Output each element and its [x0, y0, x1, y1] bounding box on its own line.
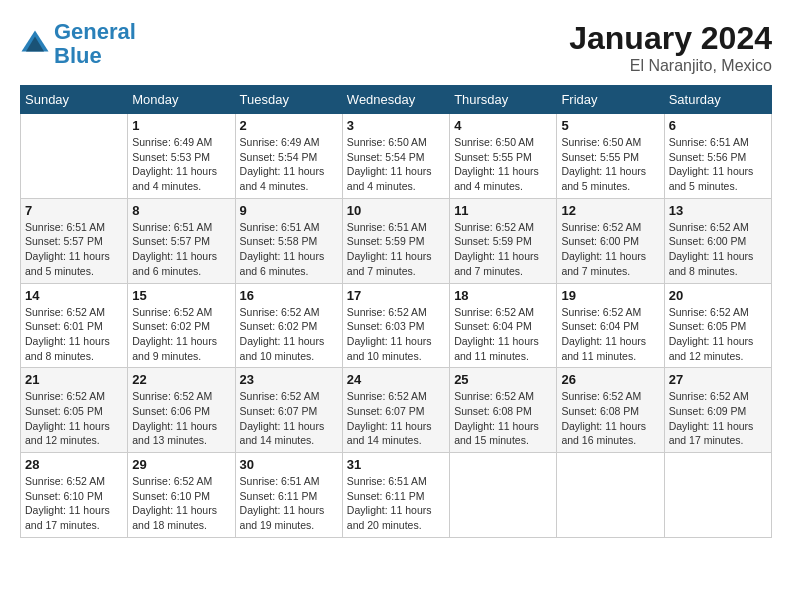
- day-number: 12: [561, 203, 659, 218]
- calendar-cell: 4Sunrise: 6:50 AM Sunset: 5:55 PM Daylig…: [450, 114, 557, 199]
- day-number: 14: [25, 288, 123, 303]
- day-number: 9: [240, 203, 338, 218]
- calendar-week-row: 28Sunrise: 6:52 AM Sunset: 6:10 PM Dayli…: [21, 453, 772, 538]
- calendar-cell: 26Sunrise: 6:52 AM Sunset: 6:08 PM Dayli…: [557, 368, 664, 453]
- calendar-week-row: 21Sunrise: 6:52 AM Sunset: 6:05 PM Dayli…: [21, 368, 772, 453]
- weekday-header: Monday: [128, 86, 235, 114]
- day-number: 6: [669, 118, 767, 133]
- day-number: 4: [454, 118, 552, 133]
- day-info: Sunrise: 6:51 AM Sunset: 5:58 PM Dayligh…: [240, 220, 338, 279]
- day-info: Sunrise: 6:51 AM Sunset: 5:56 PM Dayligh…: [669, 135, 767, 194]
- calendar-cell: [21, 114, 128, 199]
- calendar-body: 1Sunrise: 6:49 AM Sunset: 5:53 PM Daylig…: [21, 114, 772, 538]
- day-number: 13: [669, 203, 767, 218]
- page-header: General Blue January 2024 El Naranjito, …: [20, 20, 772, 75]
- day-info: Sunrise: 6:52 AM Sunset: 6:00 PM Dayligh…: [669, 220, 767, 279]
- calendar-cell: 17Sunrise: 6:52 AM Sunset: 6:03 PM Dayli…: [342, 283, 449, 368]
- day-number: 31: [347, 457, 445, 472]
- day-info: Sunrise: 6:52 AM Sunset: 6:04 PM Dayligh…: [561, 305, 659, 364]
- day-number: 10: [347, 203, 445, 218]
- day-number: 28: [25, 457, 123, 472]
- day-info: Sunrise: 6:52 AM Sunset: 6:05 PM Dayligh…: [25, 389, 123, 448]
- calendar-cell: 27Sunrise: 6:52 AM Sunset: 6:09 PM Dayli…: [664, 368, 771, 453]
- calendar-cell: 19Sunrise: 6:52 AM Sunset: 6:04 PM Dayli…: [557, 283, 664, 368]
- day-number: 3: [347, 118, 445, 133]
- calendar-cell: 29Sunrise: 6:52 AM Sunset: 6:10 PM Dayli…: [128, 453, 235, 538]
- calendar-cell: 13Sunrise: 6:52 AM Sunset: 6:00 PM Dayli…: [664, 198, 771, 283]
- day-info: Sunrise: 6:52 AM Sunset: 6:06 PM Dayligh…: [132, 389, 230, 448]
- weekday-header: Sunday: [21, 86, 128, 114]
- day-info: Sunrise: 6:52 AM Sunset: 6:05 PM Dayligh…: [669, 305, 767, 364]
- calendar-cell: [450, 453, 557, 538]
- logo-text: General Blue: [54, 20, 136, 68]
- calendar-week-row: 7Sunrise: 6:51 AM Sunset: 5:57 PM Daylig…: [21, 198, 772, 283]
- day-info: Sunrise: 6:52 AM Sunset: 6:08 PM Dayligh…: [561, 389, 659, 448]
- weekday-header: Wednesday: [342, 86, 449, 114]
- day-info: Sunrise: 6:52 AM Sunset: 6:00 PM Dayligh…: [561, 220, 659, 279]
- calendar-cell: [557, 453, 664, 538]
- calendar-cell: 18Sunrise: 6:52 AM Sunset: 6:04 PM Dayli…: [450, 283, 557, 368]
- weekday-header: Saturday: [664, 86, 771, 114]
- calendar-cell: 21Sunrise: 6:52 AM Sunset: 6:05 PM Dayli…: [21, 368, 128, 453]
- day-number: 21: [25, 372, 123, 387]
- calendar-cell: 25Sunrise: 6:52 AM Sunset: 6:08 PM Dayli…: [450, 368, 557, 453]
- day-info: Sunrise: 6:52 AM Sunset: 6:08 PM Dayligh…: [454, 389, 552, 448]
- day-info: Sunrise: 6:52 AM Sunset: 6:07 PM Dayligh…: [347, 389, 445, 448]
- calendar-cell: 23Sunrise: 6:52 AM Sunset: 6:07 PM Dayli…: [235, 368, 342, 453]
- day-number: 20: [669, 288, 767, 303]
- calendar-cell: 6Sunrise: 6:51 AM Sunset: 5:56 PM Daylig…: [664, 114, 771, 199]
- calendar-cell: 12Sunrise: 6:52 AM Sunset: 6:00 PM Dayli…: [557, 198, 664, 283]
- day-number: 26: [561, 372, 659, 387]
- calendar-week-row: 14Sunrise: 6:52 AM Sunset: 6:01 PM Dayli…: [21, 283, 772, 368]
- day-number: 19: [561, 288, 659, 303]
- calendar-cell: 1Sunrise: 6:49 AM Sunset: 5:53 PM Daylig…: [128, 114, 235, 199]
- calendar-cell: 28Sunrise: 6:52 AM Sunset: 6:10 PM Dayli…: [21, 453, 128, 538]
- day-number: 23: [240, 372, 338, 387]
- weekday-row: SundayMondayTuesdayWednesdayThursdayFrid…: [21, 86, 772, 114]
- day-info: Sunrise: 6:52 AM Sunset: 6:07 PM Dayligh…: [240, 389, 338, 448]
- day-info: Sunrise: 6:52 AM Sunset: 6:04 PM Dayligh…: [454, 305, 552, 364]
- logo-icon: [20, 29, 50, 59]
- month-title: January 2024: [569, 20, 772, 57]
- title-block: January 2024 El Naranjito, Mexico: [569, 20, 772, 75]
- day-info: Sunrise: 6:51 AM Sunset: 5:59 PM Dayligh…: [347, 220, 445, 279]
- day-number: 5: [561, 118, 659, 133]
- day-info: Sunrise: 6:50 AM Sunset: 5:54 PM Dayligh…: [347, 135, 445, 194]
- calendar-cell: 24Sunrise: 6:52 AM Sunset: 6:07 PM Dayli…: [342, 368, 449, 453]
- day-number: 25: [454, 372, 552, 387]
- day-info: Sunrise: 6:52 AM Sunset: 6:01 PM Dayligh…: [25, 305, 123, 364]
- calendar-cell: 22Sunrise: 6:52 AM Sunset: 6:06 PM Dayli…: [128, 368, 235, 453]
- calendar-header: SundayMondayTuesdayWednesdayThursdayFrid…: [21, 86, 772, 114]
- day-info: Sunrise: 6:49 AM Sunset: 5:54 PM Dayligh…: [240, 135, 338, 194]
- day-number: 16: [240, 288, 338, 303]
- calendar-cell: 14Sunrise: 6:52 AM Sunset: 6:01 PM Dayli…: [21, 283, 128, 368]
- logo: General Blue: [20, 20, 136, 68]
- location: El Naranjito, Mexico: [569, 57, 772, 75]
- calendar-cell: 8Sunrise: 6:51 AM Sunset: 5:57 PM Daylig…: [128, 198, 235, 283]
- calendar-cell: 10Sunrise: 6:51 AM Sunset: 5:59 PM Dayli…: [342, 198, 449, 283]
- day-number: 29: [132, 457, 230, 472]
- day-info: Sunrise: 6:52 AM Sunset: 6:03 PM Dayligh…: [347, 305, 445, 364]
- day-number: 22: [132, 372, 230, 387]
- calendar-cell: 15Sunrise: 6:52 AM Sunset: 6:02 PM Dayli…: [128, 283, 235, 368]
- day-info: Sunrise: 6:52 AM Sunset: 6:09 PM Dayligh…: [669, 389, 767, 448]
- day-info: Sunrise: 6:52 AM Sunset: 6:02 PM Dayligh…: [240, 305, 338, 364]
- calendar-cell: 16Sunrise: 6:52 AM Sunset: 6:02 PM Dayli…: [235, 283, 342, 368]
- day-number: 15: [132, 288, 230, 303]
- day-info: Sunrise: 6:52 AM Sunset: 6:10 PM Dayligh…: [132, 474, 230, 533]
- day-number: 2: [240, 118, 338, 133]
- day-number: 30: [240, 457, 338, 472]
- calendar-week-row: 1Sunrise: 6:49 AM Sunset: 5:53 PM Daylig…: [21, 114, 772, 199]
- day-info: Sunrise: 6:51 AM Sunset: 6:11 PM Dayligh…: [240, 474, 338, 533]
- weekday-header: Thursday: [450, 86, 557, 114]
- day-number: 24: [347, 372, 445, 387]
- calendar-table: SundayMondayTuesdayWednesdayThursdayFrid…: [20, 85, 772, 538]
- day-info: Sunrise: 6:52 AM Sunset: 6:10 PM Dayligh…: [25, 474, 123, 533]
- calendar-cell: 3Sunrise: 6:50 AM Sunset: 5:54 PM Daylig…: [342, 114, 449, 199]
- day-info: Sunrise: 6:51 AM Sunset: 6:11 PM Dayligh…: [347, 474, 445, 533]
- day-number: 1: [132, 118, 230, 133]
- calendar-cell: 2Sunrise: 6:49 AM Sunset: 5:54 PM Daylig…: [235, 114, 342, 199]
- day-info: Sunrise: 6:50 AM Sunset: 5:55 PM Dayligh…: [454, 135, 552, 194]
- calendar-cell: 7Sunrise: 6:51 AM Sunset: 5:57 PM Daylig…: [21, 198, 128, 283]
- calendar-cell: 20Sunrise: 6:52 AM Sunset: 6:05 PM Dayli…: [664, 283, 771, 368]
